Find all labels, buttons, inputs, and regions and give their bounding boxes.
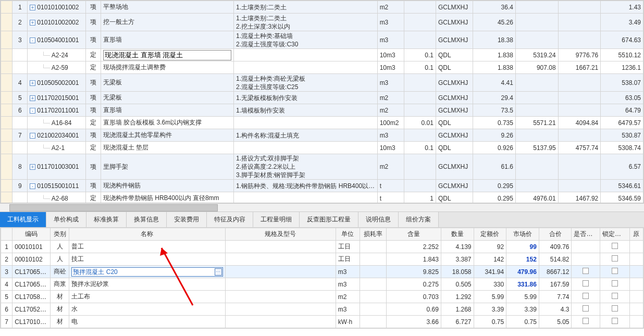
grid-row[interactable]: └─ A2-59定现场搅拌混凝土调整费10m30.1QDL1.838907.08… — [1, 61, 643, 74]
grid-row[interactable]: 6- 011702011001项直形墙1.墙模板制作安装m2GCLMXHJ73.… — [1, 104, 643, 117]
material-row[interactable]: 3CL17065410商砼预拌混凝土 C20⋯m39.82518.058341.… — [1, 266, 643, 278]
material-row[interactable]: 5CL17058760材土工布m20.7031.2925.995.997.74 — [1, 291, 643, 303]
expand-icon[interactable]: + — [30, 20, 35, 26]
expand-icon[interactable]: + — [30, 5, 35, 10]
expand-icon[interactable]: + — [30, 164, 35, 170]
tab-4[interactable]: 安装费用 — [167, 212, 207, 227]
grid-row[interactable]: 9- 010515001011项现浇构件钢筋1.钢筋种类、规格:现浇构件带肋钢筋… — [1, 180, 643, 192]
tab-5[interactable]: 特征及内容 — [207, 212, 253, 227]
grid-row[interactable]: 8+ 011701003001项里脚手架1.搭设方式:双排脚手架 2.搭设高度:… — [1, 154, 643, 180]
grid-row[interactable]: 1+ 010101001002项平整场地1.土壤类别:二类土m2GCLMXHJ3… — [1, 1, 643, 14]
tab-8[interactable]: 说明信息 — [358, 212, 399, 227]
checkbox[interactable] — [612, 243, 618, 249]
checkbox[interactable] — [612, 318, 618, 324]
tab-6[interactable]: 工程量明细 — [253, 212, 300, 227]
tab-2[interactable]: 标准换算 — [86, 212, 127, 227]
collapse-icon[interactable]: - — [30, 38, 35, 43]
expand-icon[interactable]: + — [30, 95, 35, 101]
tab-3[interactable]: 换算信息 — [127, 212, 167, 227]
grid-row[interactable]: 2+ 010101002002项挖一般土方1.土壤类别:二类土 2.挖土深度:3… — [1, 14, 643, 31]
checkbox[interactable] — [612, 280, 618, 287]
checkbox[interactable] — [612, 255, 618, 262]
grid-row[interactable]: └─ A2-24定10m30.1QDL1.8385319.249776.7655… — [1, 49, 643, 61]
tab-1[interactable]: 单价构成 — [46, 212, 86, 227]
grid-row[interactable]: └─ A16-84定直形墙 胶合板模板 3.6m以内钢支撑100m20.01QD… — [1, 117, 643, 129]
header-row: 编码类别名称规格及型号单位损耗率含量数量定额价市场价合价是否暂估锁定数量原 — [1, 228, 643, 241]
material-row[interactable]: 6CL17052360材水m30.691.2683.393.394.3 — [1, 303, 643, 316]
checkbox[interactable] — [612, 293, 618, 299]
checkbox[interactable] — [583, 305, 589, 312]
h-scrollbar[interactable] — [0, 203, 644, 211]
checkbox[interactable] — [612, 305, 618, 312]
lower-grid: 编码类别名称规格及型号单位损耗率含量数量定额价市场价合价是否暂估锁定数量原100… — [0, 227, 644, 329]
more-icon[interactable]: ⋯ — [215, 268, 222, 276]
checkbox[interactable] — [583, 280, 589, 287]
materials-table[interactable]: 编码类别名称规格及型号单位损耗率含量数量定额价市场价合价是否暂估锁定数量原100… — [1, 228, 643, 328]
grid-row[interactable]: 4+ 010505002001项无梁板1.混凝土种类:商砼无梁板 2.混凝土强度… — [1, 74, 643, 92]
collapse-icon[interactable]: - — [30, 183, 35, 189]
items-table[interactable]: 1+ 010101001002项平整场地1.土壤类别:二类土m2GCLMXHJ3… — [1, 1, 643, 203]
material-row[interactable]: 7CL17010690材电kW·h3.666.7270.750.755.05 — [1, 316, 643, 328]
checkbox[interactable] — [612, 268, 618, 274]
collapse-icon[interactable]: - — [30, 108, 35, 114]
tab-0[interactable]: 工料机显示 — [0, 212, 46, 227]
name-edit-input[interactable] — [103, 50, 231, 60]
grid-row[interactable]: 3- 010504001001项直形墙1.混凝土种类:基础墙 2.混凝土强度等级… — [1, 31, 643, 49]
grid-row[interactable]: 5+ 011702015001项无梁板1.无梁板模板制作安装m2GCLMXHJ2… — [1, 92, 643, 104]
checkbox[interactable] — [583, 293, 589, 299]
tab-bar: 工料机显示单价构成标准换算换算信息安装费用特征及内容工程量明细反查图形工程量说明… — [0, 211, 644, 227]
tab-9[interactable]: 组价方案 — [399, 212, 439, 227]
expand-icon[interactable]: + — [30, 80, 35, 86]
tab-7[interactable]: 反查图形工程量 — [300, 212, 358, 227]
grid-row[interactable]: └─ A2-68定现浇构件带肋钢筋 HRB400以内 直径8mmt1QDL0.2… — [1, 192, 643, 204]
material-row[interactable]: 100010101人普工工日2.2524.1399299409.76 — [1, 241, 643, 253]
name-edit-field[interactable]: 预拌混凝土 C20⋯ — [71, 267, 222, 277]
upper-grid: 1+ 010101001002项平整场地1.土壤类别:二类土m2GCLMXHJ3… — [0, 0, 644, 203]
collapse-icon[interactable]: - — [30, 133, 35, 139]
material-row[interactable]: 200010102人技工工日1.8433.387142152514.82 — [1, 253, 643, 266]
checkbox[interactable] — [583, 318, 589, 324]
checkbox[interactable] — [583, 268, 589, 274]
grid-row[interactable]: 7- 021002034001项现浇混凝土其他零星构件1.构件名称:混凝土填充m… — [1, 129, 643, 142]
grid-row[interactable]: └─ A2-1定现浇混凝土 垫层10m30.1QDL0.9265137.9547… — [1, 142, 643, 154]
material-row[interactable]: 4CL17065530商浆预拌水泥砂浆m30.2750.505330331.86… — [1, 278, 643, 291]
